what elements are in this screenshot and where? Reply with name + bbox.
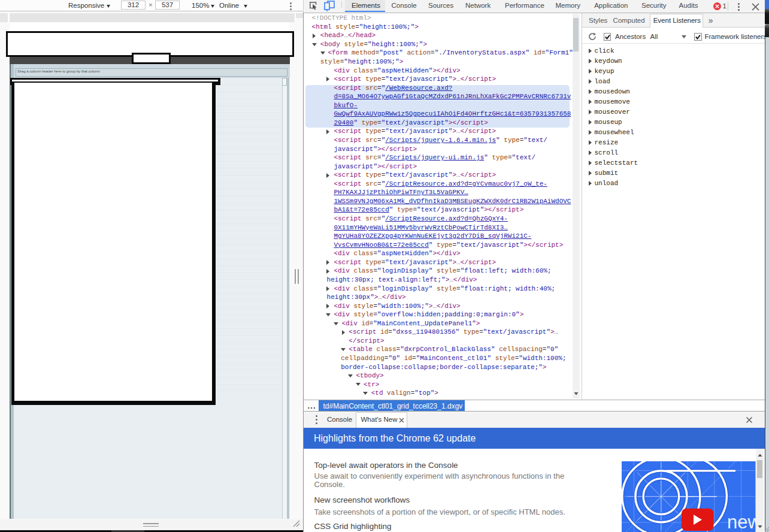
svg-text:new: new <box>727 512 756 532</box>
